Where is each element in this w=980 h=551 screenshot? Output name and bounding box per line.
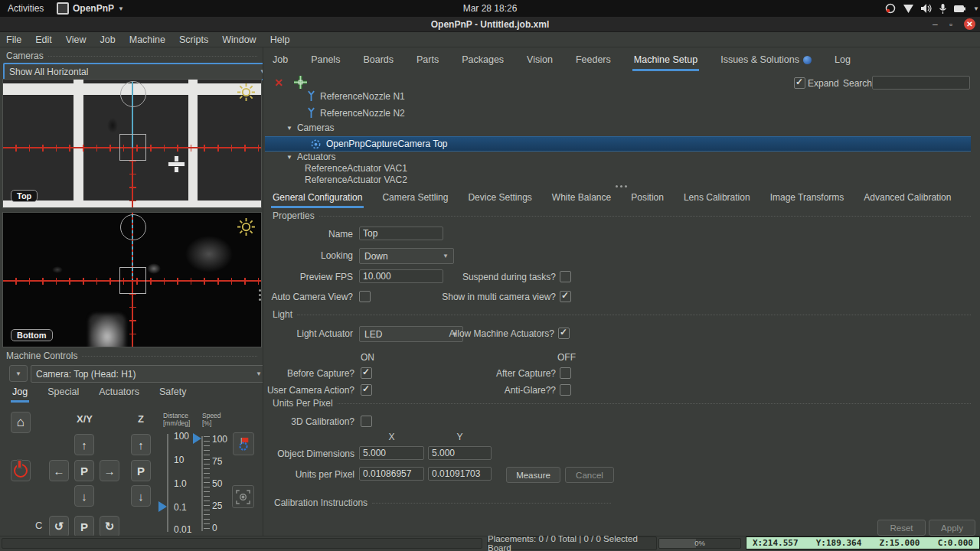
jog-x-plus-button[interactable]: → [100, 460, 119, 481]
allow-machine-actuators-checkbox[interactable] [558, 328, 570, 339]
tab-jog[interactable]: Jog [11, 384, 29, 403]
tree-group-cameras[interactable]: ▼ Cameras [286, 122, 335, 133]
menu-window[interactable]: Window [222, 34, 256, 45]
menu-edit[interactable]: Edit [35, 34, 52, 45]
tree-row-nozzle-n1[interactable]: ReferenceNozzle N1 [307, 90, 405, 102]
tree-row-camera-top-selected[interactable]: OpenPnpCaptureCamera Top [265, 136, 971, 152]
app-menu[interactable]: OpenPnP ▼ [57, 0, 124, 17]
tab-special[interactable]: Special [46, 384, 80, 403]
xy-position-button[interactable]: P [74, 460, 94, 481]
camera-view-select[interactable]: Show All Horizontal▼ [3, 63, 272, 80]
tab-advanced-calibration[interactable]: Advanced Calibration [862, 190, 952, 208]
main-panel: Job Panels Boards Parts Packages Vision … [263, 47, 980, 536]
tab-device-settings[interactable]: Device Settings [466, 190, 533, 208]
suspend-label: Suspend during tasks? [401, 272, 556, 282]
tab-feeders[interactable]: Feeders [574, 52, 612, 71]
jog-y-plus-button[interactable]: ↑ [74, 434, 94, 455]
c-position-button[interactable]: P [74, 516, 94, 537]
tab-machine-setup[interactable]: Machine Setup [632, 52, 699, 71]
tab-vision[interactable]: Vision [525, 52, 554, 71]
position-camera-button[interactable] [233, 432, 254, 455]
power-button[interactable] [11, 460, 31, 481]
bottom-camera-view[interactable]: Bottom [2, 212, 262, 347]
menu-help[interactable]: Help [270, 34, 290, 45]
activities-button[interactable]: Activities [8, 0, 44, 17]
jog-c-cw-button[interactable]: ↻ [100, 516, 119, 537]
tree-row-actuator-vac2[interactable]: ReferenceActuator VAC2 [305, 174, 407, 185]
menu-machine[interactable]: Machine [129, 34, 165, 45]
3d-calibration-checkbox[interactable] [361, 416, 372, 427]
multi-camera-view-checkbox[interactable] [560, 291, 571, 302]
tab-safety[interactable]: Safety [158, 384, 188, 403]
apply-button[interactable]: Apply [929, 520, 975, 536]
tab-general-configuration[interactable]: General Configuration [271, 190, 364, 208]
measure-button[interactable]: Measure [506, 467, 560, 483]
tab-issues-solutions[interactable]: Issues & Solutions [719, 52, 813, 71]
tree-row-actuator-vac1[interactable]: ReferenceActuator VAC1 [305, 163, 407, 174]
tab-panels[interactable]: Panels [309, 52, 341, 71]
reset-button[interactable]: Reset [877, 520, 926, 536]
capture-location-button[interactable] [294, 76, 307, 89]
delete-button[interactable]: ✕ [274, 77, 283, 89]
expand-arrow-icon[interactable]: ▼ [286, 125, 292, 132]
z-position-button[interactable]: P [131, 460, 151, 481]
home-button[interactable]: ⌂ [11, 412, 31, 433]
user-camera-action-checkbox[interactable] [361, 384, 372, 396]
tab-actuators[interactable]: Actuators [97, 384, 141, 403]
jog-y-minus-button[interactable]: ↓ [74, 485, 94, 507]
speed-slider-track[interactable] [201, 436, 203, 531]
object-dimensions-x-input[interactable] [359, 446, 424, 460]
close-button[interactable]: ✕ [964, 18, 975, 30]
auto-camera-view-checkbox[interactable] [359, 291, 371, 302]
tab-log[interactable]: Log [833, 52, 852, 71]
units-per-pixel-x-input[interactable] [359, 467, 424, 481]
jog-z-minus-button[interactable]: ↓ [131, 485, 151, 507]
tree-splitter-handle[interactable] [616, 185, 618, 187]
clock[interactable]: Mar 28 18:26 [0, 0, 980, 17]
tab-lens-calibration[interactable]: Lens Calibration [682, 190, 752, 208]
expand-checkbox[interactable] [794, 77, 805, 89]
name-input[interactable] [359, 227, 443, 240]
tab-camera-settling[interactable]: Camera Settling [381, 190, 449, 208]
system-tray[interactable]: ▼ [885, 0, 979, 17]
head-select-toggle-button[interactable]: ▼ [9, 365, 28, 382]
tab-white-balance[interactable]: White Balance [550, 190, 612, 208]
speed-slider-handle[interactable] [193, 433, 201, 444]
expand-arrow-icon[interactable]: ▼ [286, 154, 292, 161]
capture-camera-button[interactable] [232, 485, 254, 508]
dro-z: Z:15.000 [880, 538, 920, 548]
anti-glare-checkbox[interactable] [560, 384, 571, 396]
brightness-sun-icon[interactable] [237, 83, 256, 102]
menu-file[interactable]: File [6, 34, 21, 45]
menu-view[interactable]: View [66, 34, 87, 45]
jog-x-minus-button[interactable]: ← [49, 460, 69, 481]
tab-image-transforms[interactable]: Image Transforms [769, 190, 846, 208]
suspend-checkbox[interactable] [560, 271, 571, 282]
distance-slider-track[interactable] [167, 434, 168, 532]
units-per-pixel-y-input[interactable] [428, 467, 492, 481]
looking-select[interactable]: Down▼ [359, 248, 454, 264]
tab-parts[interactable]: Parts [415, 52, 440, 71]
object-dimensions-y-input[interactable] [428, 446, 492, 460]
panel-splitter-handle[interactable] [259, 289, 261, 292]
minimize-button[interactable]: – [933, 19, 938, 30]
top-camera-view[interactable]: Top [2, 79, 262, 208]
maximize-button[interactable]: ▫ [949, 19, 952, 30]
tab-packages[interactable]: Packages [460, 52, 505, 71]
before-capture-checkbox[interactable] [361, 367, 372, 379]
jog-z-plus-button[interactable]: ↑ [131, 434, 151, 455]
menu-job[interactable]: Job [100, 34, 116, 45]
menu-scripts[interactable]: Scripts [179, 34, 208, 45]
tab-job[interactable]: Job [271, 52, 289, 71]
after-capture-checkbox[interactable] [560, 367, 571, 379]
brightness-sun-icon[interactable] [237, 217, 256, 236]
cancel-button[interactable]: Cancel [565, 467, 614, 483]
search-input[interactable] [872, 76, 970, 90]
distance-slider-handle[interactable] [158, 501, 167, 512]
tree-row-nozzle-n2[interactable]: ReferenceNozzle N2 [307, 107, 405, 119]
tab-boards[interactable]: Boards [361, 52, 395, 71]
tree-group-actuators[interactable]: ▼ Actuators [286, 152, 336, 162]
tab-position[interactable]: Position [629, 190, 665, 208]
head-select[interactable]: Camera: Top (Head: H1)▼ [31, 365, 267, 383]
jog-c-ccw-button[interactable]: ↺ [49, 516, 69, 537]
